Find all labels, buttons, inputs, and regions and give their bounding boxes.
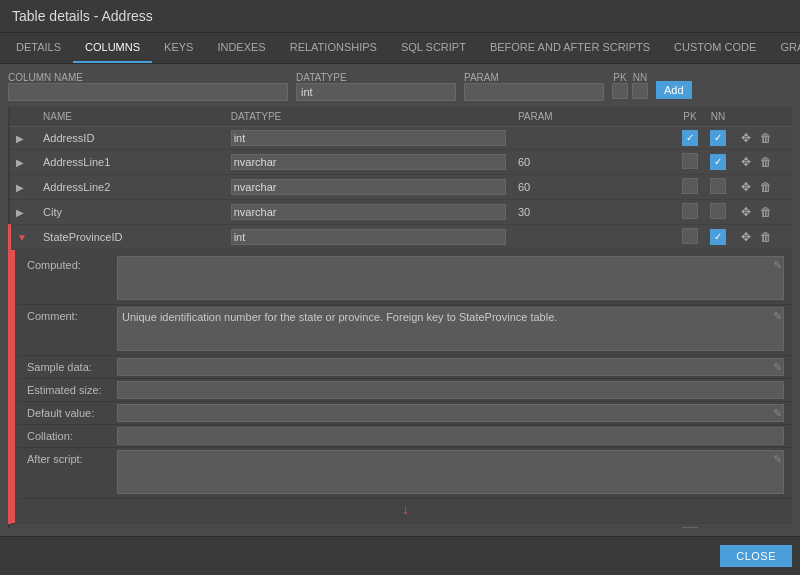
tab-before-after[interactable]: BEFORE AND AFTER SCRIPTS [478,33,662,63]
tab-graphics[interactable]: GRAPHICS [768,33,800,63]
close-button[interactable]: CLOSE [720,545,792,567]
pk-nn-section: PK NN [612,72,648,101]
after-script-value-container: ✎ [117,450,784,496]
table-row: ▶ AddressID intnvarchar ✓ ✓ [10,127,793,150]
cell-actions-addressid: ✥ 🗑 [732,127,792,150]
collation-input[interactable] [117,427,784,445]
tab-relationships[interactable]: RELATIONSHIPS [278,33,389,63]
cell-name-addressid: AddressID [37,127,225,150]
tab-content: COLUMN NAME DATATYPE int nvarchar geogra… [0,64,800,536]
computed-edit-icon[interactable]: ✎ [773,259,782,272]
add-nn-checkbox[interactable] [632,83,648,99]
th-actions [732,107,792,127]
collation-label: Collation: [27,427,117,442]
tab-columns[interactable]: COLUMNS [73,33,152,63]
cell-actions-city: ✥ 🗑 [732,200,792,225]
cell-param-addressid [512,127,676,150]
comment-label: Comment: [27,307,117,322]
comment-textarea[interactable] [117,307,784,351]
sample-data-edit-icon[interactable]: ✎ [773,361,782,374]
tab-details[interactable]: DETAILS [4,33,73,63]
after-script-label: After script: [27,450,117,465]
th-datatype: DATATYPE [225,107,512,127]
datatype-select-city[interactable]: intnvarchar [231,204,506,220]
column-name-input[interactable] [8,83,288,101]
collation-value-container [117,427,784,445]
cell-name-addressline1: AddressLine1 [37,150,225,175]
move-up-city[interactable]: ✥ [738,204,754,220]
pk-checkbox-city[interactable] [682,203,698,219]
th-pk: PK [676,107,704,127]
move-up-addressline2[interactable]: ✥ [738,179,754,195]
datatype-select-stateprovinceid[interactable]: intnvarchar [231,229,506,245]
datatype-select[interactable]: int nvarchar geography datetime [296,83,456,101]
delete-city[interactable]: 🗑 [757,204,775,220]
cell-nn-stateprovinceid: ✓ [704,225,732,250]
datatype-select-addressline2[interactable]: intnvarchar [231,179,506,195]
move-up-stateprovinceid[interactable]: ✥ [738,229,754,245]
default-value-edit-icon[interactable]: ✎ [773,407,782,420]
tab-keys[interactable]: KEYS [152,33,205,63]
nn-checkbox-addressline1[interactable]: ✓ [710,154,726,170]
detail-computed: Computed: ✎ [19,254,792,305]
comment-edit-icon[interactable]: ✎ [773,310,782,323]
pk-checkbox-postalcode[interactable] [682,527,698,528]
delete-stateprovinceid[interactable]: 🗑 [757,229,775,245]
add-pk-checkbox[interactable] [612,83,628,99]
th-name: NAME [37,107,225,127]
expand-arrow-stateprovinceid[interactable]: ▼ [17,232,29,244]
detail-default-value: Default value: ✎ [19,402,792,425]
nn-checkbox-addressline2[interactable] [710,178,726,194]
cell-datatype-stateprovinceid: intnvarchar [225,225,512,250]
expand-arrow-addressline1[interactable]: ▶ [16,157,28,169]
cell-datatype-addressline1: intnvarchar [225,150,512,175]
move-up-addressline1[interactable]: ✥ [738,154,754,170]
cell-nn-city [704,200,732,225]
computed-textarea[interactable] [117,256,784,300]
estimated-size-input[interactable] [117,381,784,399]
cell-datatype-postalcode: intnvarchar [225,524,512,529]
estimated-size-label: Estimated size: [27,381,117,396]
datatype-select-addressid[interactable]: intnvarchar [231,130,506,146]
cell-pk-addressid: ✓ [676,127,704,150]
sample-data-input[interactable] [117,358,784,376]
cell-nn-postalcode: ✓ [704,524,732,529]
cell-actions-postalcode: ✥ 🗑 [732,524,792,529]
tab-indexes[interactable]: INDEXES [205,33,277,63]
nn-checkbox-city[interactable] [710,203,726,219]
expand-arrow-addressline2[interactable]: ▶ [16,182,28,194]
delete-addressline1[interactable]: 🗑 [757,154,775,170]
tab-custom-code[interactable]: CUSTOM CODE [662,33,768,63]
pk-checkbox-stateprovinceid[interactable] [682,228,698,244]
expand-arrow-addressid[interactable]: ▶ [16,133,28,145]
pk-checkbox-addressid[interactable]: ✓ [682,130,698,146]
tab-sql-script[interactable]: SQL SCRIPT [389,33,478,63]
nn-checkbox-addressid[interactable]: ✓ [710,130,726,146]
param-input[interactable] [464,83,604,101]
delete-addressid[interactable]: 🗑 [757,130,775,146]
after-script-edit-icon[interactable]: ✎ [773,453,782,466]
cell-name-stateprovinceid: StateProvinceID [37,225,225,250]
default-value-input[interactable] [117,404,784,422]
cell-datatype-addressline2: intnvarchar [225,175,512,200]
pk-checkbox-addressline2[interactable] [682,178,698,194]
cell-actions-addressline2: ✥ 🗑 [732,175,792,200]
after-script-textarea[interactable] [117,450,784,494]
move-up-addressid[interactable]: ✥ [738,130,754,146]
expand-arrow-city[interactable]: ▶ [16,207,28,219]
red-down-arrow: ↓ [19,499,792,519]
delete-addressline2[interactable]: 🗑 [757,179,775,195]
cell-datatype-addressid: intnvarchar [225,127,512,150]
cell-pk-addressline1 [676,150,704,175]
footer: CLOSE [0,536,800,575]
datatype-select-addressline1[interactable]: intnvarchar [231,154,506,170]
detail-collation: Collation: [19,425,792,448]
cell-param-addressline2: 60 [512,175,676,200]
nn-checkbox-stateprovinceid[interactable]: ✓ [710,229,726,245]
columns-table-container: NAME DATATYPE PARAM PK NN ▶ AddressID [8,107,792,528]
pk-checkbox-addressline1[interactable] [682,153,698,169]
computed-label: Computed: [27,256,117,271]
estimated-size-value-container [117,381,784,399]
add-button[interactable]: Add [656,81,692,99]
th-param: PARAM [512,107,676,127]
